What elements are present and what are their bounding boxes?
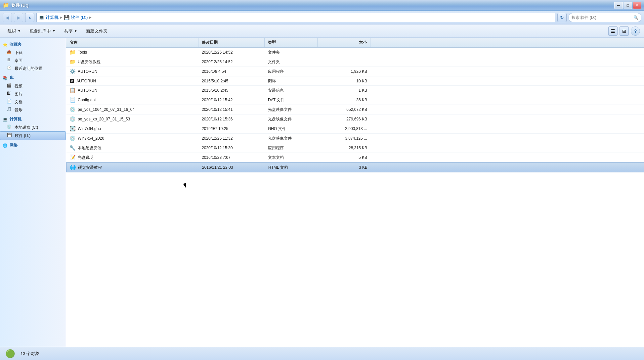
search-bar: 🔍 [569, 13, 641, 22]
sidebar-section-header-computer[interactable]: 💻 计算机 [0, 115, 66, 123]
picture-label: 图片 [15, 91, 22, 97]
forward-button[interactable]: ▶ [14, 13, 23, 22]
new-folder-label: 新建文件夹 [86, 28, 107, 34]
file-icon: 💿 [69, 135, 76, 141]
column-name[interactable]: 名称 [66, 38, 198, 47]
network-icon: 🌐 [3, 143, 8, 148]
back-button[interactable]: ◀ [3, 13, 12, 22]
help-button[interactable]: ? [631, 26, 640, 36]
file-type: 光盘映像文件 [265, 115, 318, 123]
desktop-icon: 🖥 [7, 58, 13, 64]
table-row[interactable]: 📁 Tools 2020/12/25 14:52 文件夹 [66, 48, 644, 57]
table-row[interactable]: 📝 光盘说明 2016/10/23 7:07 文本文档 5 KB [66, 153, 644, 162]
new-folder-button[interactable]: 新建文件夹 [82, 26, 111, 36]
table-row[interactable]: 🌐 硬盘安装教程 2016/11/21 22:03 HTML 文档 3 KB [66, 162, 644, 172]
table-row[interactable]: 📃 Config.dat 2020/10/12 15:42 DAT 文件 36 … [66, 95, 644, 105]
share-button[interactable]: 共享 ▼ [61, 26, 81, 36]
filelist-header: 名称 修改日期 类型 大小 [66, 38, 644, 48]
table-row[interactable]: 📋 AUTORUN 2015/5/10 2:45 安装信息 1 KB [66, 86, 644, 95]
sidebar-item-picture[interactable]: 🖼 图片 [0, 90, 66, 98]
file-name: Win7x64.gho [78, 126, 101, 131]
music-label: 音乐 [15, 107, 22, 113]
refresh-button[interactable]: ↻ [557, 13, 567, 22]
search-icon[interactable]: 🔍 [633, 15, 638, 20]
statusbar-count: 13 个对象 [21, 351, 39, 357]
table-row[interactable]: ⚙️ AUTORUN 2016/1/8 4:54 应用程序 1,926 KB [66, 67, 644, 76]
file-name: AUTORUN [76, 79, 96, 83]
file-date: 2020/12/25 14:52 [198, 49, 265, 56]
toolbar: 组织 ▼ 包含到库中 ▼ 共享 ▼ 新建文件夹 ☰ ⊞ ? [0, 24, 644, 38]
file-type: 光盘映像文件 [265, 106, 318, 113]
drive-d-icon: 💾 [7, 133, 13, 139]
file-icon: 🖼 [69, 78, 74, 84]
drive-c-label: 本地磁盘 (C:) [15, 125, 38, 130]
titlebar: 📁 软件 (D:) ─ □ ✕ [0, 0, 644, 11]
drive-d-label: 软件 (D:) [15, 133, 30, 139]
file-type: DAT 文件 [265, 96, 318, 104]
file-date: 2016/10/23 7:07 [198, 154, 265, 161]
breadcrumb-drive-icon: 💾 [64, 15, 69, 20]
sidebar-item-recent[interactable]: 🕐 最近访问的位置 [0, 65, 66, 72]
favorites-icon: ⭐ [3, 42, 8, 47]
library-button[interactable]: 包含到库中 ▼ [26, 26, 59, 36]
sidebar-section-header-network[interactable]: 🌐 网络 [0, 141, 66, 150]
table-row[interactable]: 📁 U盘安装教程 2020/12/25 14:52 文件夹 [66, 57, 644, 67]
file-name: 硬盘安装教程 [78, 165, 102, 170]
sidebar-item-drive-d[interactable]: 💾 软件 (D:) [0, 131, 66, 140]
close-button[interactable]: ✕ [633, 2, 641, 9]
file-date: 2016/11/21 22:03 [199, 164, 265, 171]
file-name: AUTORUN [78, 88, 97, 93]
breadcrumb-computer-icon: 💻 [39, 15, 44, 20]
sidebar-item-document[interactable]: 📄 文档 [0, 98, 66, 106]
column-type[interactable]: 类型 [265, 38, 318, 47]
table-row[interactable]: 💿 Win7x64_2020 2020/12/25 11:32 光盘映像文件 3… [66, 134, 644, 143]
file-size: 279,696 KB [318, 116, 370, 122]
maximize-button[interactable]: □ [623, 2, 632, 9]
sidebar-section-network: 🌐 网络 [0, 141, 66, 150]
table-row[interactable]: 💿 pe_yqs_xp_20_07_31_15_53 2020/10/12 15… [66, 114, 644, 124]
file-date: 2019/9/7 19:25 [198, 125, 265, 132]
table-row[interactable]: 💽 Win7x64.gho 2019/9/7 19:25 GHO 文件 2,90… [66, 124, 644, 134]
document-icon: 📄 [7, 99, 13, 105]
sidebar-item-desktop[interactable]: 🖥 桌面 [0, 57, 66, 65]
breadcrumb-drive[interactable]: 软件 (D:) [71, 15, 88, 21]
view-dropdown-button[interactable]: ☰ [608, 26, 618, 36]
sidebar-item-music[interactable]: 🎵 音乐 [0, 106, 66, 114]
organize-label: 组织 [8, 28, 16, 34]
sidebar-item-download[interactable]: 📥 下载 [0, 49, 66, 57]
table-row[interactable]: 🔧 本地硬盘安装 2020/10/12 15:30 应用程序 28,315 KB [66, 143, 644, 153]
file-type: 应用程序 [265, 68, 318, 75]
sidebar-section-header-favorites[interactable]: ⭐ 收藏夹 [0, 40, 66, 49]
column-size[interactable]: 大小 [318, 38, 370, 47]
file-type: HTML 文档 [265, 164, 318, 171]
view-button[interactable]: ⊞ [620, 26, 629, 36]
titlebar-icon: 📁 [3, 2, 9, 8]
file-type: 应用程序 [265, 144, 318, 152]
sidebar-item-drive-c[interactable]: 💿 本地磁盘 (C:) [0, 123, 66, 131]
file-icon: 💿 [69, 107, 76, 112]
file-size: 28,315 KB [318, 145, 370, 151]
file-icon: 💽 [69, 126, 76, 132]
up-button[interactable]: ▲ [25, 13, 34, 22]
file-size: 3 KB [318, 164, 371, 171]
sidebar-item-video[interactable]: 🎬 视频 [0, 82, 66, 90]
statusbar-app-icon: 🟢 [5, 349, 15, 358]
file-date: 2015/5/10 2:45 [198, 78, 265, 84]
file-type: 图标 [265, 77, 318, 85]
breadcrumb-computer[interactable]: 计算机 [46, 15, 59, 21]
table-row[interactable]: 🖼 AUTORUN 2015/5/10 2:45 图标 10 KB [66, 76, 644, 86]
file-name: 本地硬盘安装 [78, 145, 102, 151]
column-date[interactable]: 修改日期 [198, 38, 265, 47]
file-size: 36 KB [318, 97, 370, 103]
search-input[interactable] [572, 15, 632, 20]
network-label: 网络 [10, 143, 18, 148]
sidebar-section-header-library[interactable]: 📚 库 [0, 74, 66, 82]
organize-button[interactable]: 组织 ▼ [4, 26, 24, 36]
file-name: Config.dat [78, 98, 96, 102]
library-section-label: 库 [10, 75, 14, 81]
minimize-button[interactable]: ─ [614, 2, 623, 9]
file-date: 2020/10/12 15:36 [198, 116, 265, 122]
file-name: Tools [78, 50, 87, 55]
table-row[interactable]: 💿 pe_yqs_1064_20_07_31_16_04 2020/10/12 … [66, 105, 644, 114]
file-name: 光盘说明 [78, 155, 94, 160]
